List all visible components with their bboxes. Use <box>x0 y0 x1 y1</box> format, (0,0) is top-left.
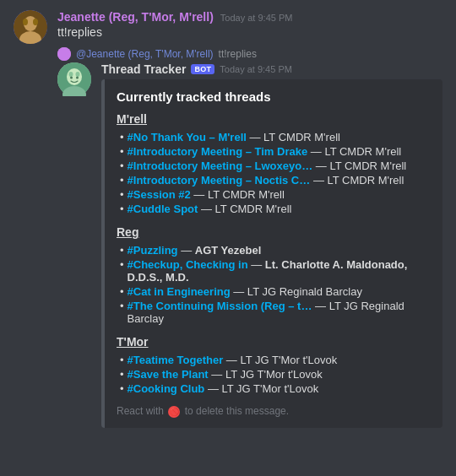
list-item: •#No Thank You – M'rell — LT CMDR M'rell <box>120 131 431 143</box>
section-header-tmor: T'Mor <box>117 335 431 349</box>
svg-point-8 <box>69 72 73 77</box>
bot-avatar <box>57 62 91 96</box>
svg-point-9 <box>76 72 80 77</box>
section-header-reg: Reg <box>117 225 431 239</box>
message-content: Jeanette (Reg, T'Mor, M'rell) Today at 9… <box>57 10 442 44</box>
svg-point-12 <box>76 77 79 79</box>
bot-header: Thread Tracker BOT Today at 9:45 PM <box>101 62 442 76</box>
user-avatar-image <box>14 10 47 44</box>
bot-timestamp: Today at 9:45 PM <box>220 64 292 74</box>
main-message: Jeanette (Reg, T'Mor, M'rell) Today at 9… <box>14 10 442 44</box>
svg-point-4 <box>33 19 38 25</box>
tracked-title: Currently tracked threads <box>117 89 431 104</box>
no-icon: 🚫 <box>168 406 180 418</box>
list-item: •#Teatime Together — LT JG T'Mor t'Lovok <box>120 354 431 366</box>
svg-point-5 <box>57 47 71 61</box>
svg-point-11 <box>70 77 73 79</box>
thread-list-reg: •#Puzzling — AGT Yezebel •#Checkup, Chec… <box>117 244 431 325</box>
bot-avatar-container <box>57 62 91 428</box>
list-item: •#Cat in Engineering — LT JG Reginald Ba… <box>120 285 431 298</box>
message-header: Jeanette (Reg, T'Mor, M'rell) Today at 9… <box>57 10 442 24</box>
tracked-box: Currently tracked threads M'rell •#No Th… <box>101 79 442 428</box>
bot-message-row: Thread Tracker BOT Today at 9:45 PM Curr… <box>57 62 442 428</box>
list-item: •#Cooking Club — LT JG T'Mor t'Lovok <box>120 382 431 395</box>
reply-avatar-small <box>57 47 71 61</box>
thread-list-tmor: •#Teatime Together — LT JG T'Mor t'Lovok… <box>117 354 431 395</box>
reply-content: tt!replies <box>219 48 257 60</box>
timestamp: Today at 9:45 PM <box>220 13 293 23</box>
list-item: •#Save the Plant — LT JG T'Mor t'Lovok <box>120 368 431 381</box>
bot-username: Thread Tracker <box>101 62 186 76</box>
list-item: •#The Continuing Mission (Reg – t… — LT … <box>120 300 431 325</box>
username: Jeanette (Reg, T'Mor, M'rell) <box>57 10 214 24</box>
chat-container: Jeanette (Reg, T'Mor, M'rell) Today at 9… <box>0 0 456 438</box>
reply-mention[interactable]: @Jeanette (Reg, T'Mor, M'rell) <box>76 48 214 60</box>
list-item: •#Introductory Meeting – Lwoxeyo… — LT C… <box>120 160 431 172</box>
list-item: •#Introductory Meeting – Noctis C… — LT … <box>120 174 431 187</box>
list-item: •#Session #2 — LT CMDR M'rell <box>120 188 431 201</box>
bot-content: Thread Tracker BOT Today at 9:45 PM Curr… <box>101 62 442 428</box>
list-item: •#Introductory Meeting – Tim Drake — LT … <box>120 145 431 158</box>
list-item: •#Puzzling — AGT Yezebel <box>120 244 431 257</box>
avatar <box>14 10 47 44</box>
message-text: tt!replies <box>57 25 442 39</box>
react-info: React with 🚫 to delete this message. <box>117 405 431 418</box>
section-header-mrell: M'rell <box>117 112 431 126</box>
list-item: •#Cuddle Spot — LT CMDR M'rell <box>120 203 431 215</box>
thread-list-mrell: •#No Thank You – M'rell — LT CMDR M'rell… <box>117 131 431 215</box>
bot-badge: BOT <box>191 64 214 74</box>
reply-line: @Jeanette (Reg, T'Mor, M'rell) tt!replie… <box>57 47 442 61</box>
list-item: •#Checkup, Checking in — Lt. Charlotte A… <box>120 258 431 284</box>
svg-point-3 <box>23 19 28 25</box>
